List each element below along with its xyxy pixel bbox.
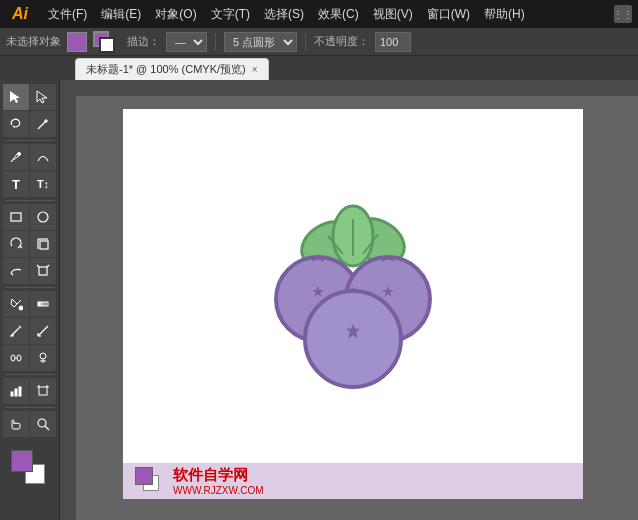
zoom-tool[interactable] [30,411,56,437]
tool-row-transform [2,231,57,257]
tool-row-navigation [2,411,57,437]
tool-row-selection [2,84,57,110]
scale-tool[interactable] [30,231,56,257]
menu-window[interactable]: 窗口(W) [421,4,476,25]
svg-rect-12 [39,267,47,275]
svg-rect-29 [11,392,13,396]
svg-line-2 [38,121,46,129]
menu-file[interactable]: 文件(F) [42,4,93,25]
rectangle-tool[interactable] [3,204,29,230]
options-bar: 未选择对象 描边： — 5 点圆形 不透明度： [0,28,638,56]
svg-line-38 [45,426,49,430]
menu-view[interactable]: 视图(V) [367,4,419,25]
separator [215,33,216,51]
artboard-tool[interactable] [30,378,56,404]
object-label: 未选择对象 [6,34,61,49]
color-swatches [11,450,49,488]
workspace-icon[interactable]: ⋮⋮ [614,5,632,23]
menu-select[interactable]: 选择(S) [258,4,310,25]
lasso-tool[interactable] [3,111,29,137]
tool-row-eyedropper [2,318,57,344]
svg-line-13 [37,265,39,267]
svg-line-18 [19,326,21,328]
svg-point-24 [17,355,21,361]
points-select[interactable]: 5 点圆形 [224,32,297,52]
svg-point-23 [11,355,15,361]
tab-bar: 未标题-1* @ 100% (CMYK/预览) × [0,56,638,80]
opacity-input[interactable] [375,32,411,52]
svg-line-14 [47,265,49,267]
pen-tool[interactable] [3,144,29,170]
eyedropper-tool[interactable] [3,318,29,344]
left-toolbar: T T↕ [0,80,60,520]
ruler-left [60,80,76,520]
app-logo: Ai [6,5,34,23]
selection-tool[interactable] [3,84,29,110]
tool-row-graph [2,378,57,404]
svg-point-49 [305,291,401,387]
graph-tool[interactable] [3,378,29,404]
svg-point-5 [18,153,21,156]
fill-color-box[interactable] [67,32,87,52]
tab-title: 未标题-1* @ 100% (CMYK/预览) [86,62,246,77]
watermark-bar: 软件自学网 WWW.RJZXW.COM [123,463,583,499]
blueberry-illustration [233,184,473,424]
opacity-label: 不透明度： [314,34,369,49]
svg-point-37 [38,419,46,427]
curvature-tool[interactable] [30,144,56,170]
color-swatch-area [2,446,57,492]
svg-line-20 [38,326,48,336]
tool-row-blend [2,345,57,371]
window-controls: ⋮⋮ [614,5,632,23]
menu-effect[interactable]: 效果(C) [312,4,365,25]
watermark-main-text: 软件自学网 [173,466,264,485]
gradient-tool[interactable] [30,291,56,317]
foreground-color-swatch[interactable] [11,450,33,472]
blend-tool[interactable] [3,345,29,371]
document-tab[interactable]: 未标题-1* @ 100% (CMYK/预览) × [75,58,269,80]
stroke-indicator [93,31,121,53]
menu-help[interactable]: 帮助(H) [478,4,531,25]
rotate-tool[interactable] [3,231,29,257]
stroke-label: 描边： [127,34,160,49]
paintbucket-tool[interactable] [3,291,29,317]
tool-separator-3 [5,287,55,288]
main-area: T T↕ [0,80,638,520]
free-transform-tool[interactable] [30,258,56,284]
ellipse-tool[interactable] [30,204,56,230]
svg-rect-30 [15,389,17,396]
tool-separator-5 [5,407,55,408]
vertical-type-tool[interactable]: T↕ [30,171,56,197]
hand-tool[interactable] [3,411,29,437]
separator2 [305,33,306,51]
measure-tool[interactable] [30,318,56,344]
ruler-top [60,80,638,96]
svg-marker-1 [37,91,47,103]
svg-rect-32 [39,387,47,395]
tab-close-button[interactable]: × [252,64,258,75]
menu-object[interactable]: 对象(O) [149,4,202,25]
stroke-width-select[interactable]: — [166,32,207,52]
menu-edit[interactable]: 编辑(E) [95,4,147,25]
menu-text[interactable]: 文字(T) [205,4,256,25]
stroke-fill-bg[interactable] [99,37,115,53]
tool-row-lasso [2,111,57,137]
type-tool[interactable]: T [3,171,29,197]
tool-row-pen [2,144,57,170]
svg-marker-0 [10,91,20,103]
svg-rect-31 [19,387,21,396]
direct-selection-tool[interactable] [30,84,56,110]
svg-rect-8 [40,241,48,249]
watermark-sub-text: WWW.RJZXW.COM [173,485,264,496]
symbol-sprayer-tool[interactable] [30,345,56,371]
svg-point-26 [40,353,46,359]
svg-point-7 [38,212,48,222]
warp-tool[interactable] [3,258,29,284]
magic-wand-tool[interactable] [30,111,56,137]
tool-separator-1 [5,140,55,141]
canvas-content[interactable]: 软件自学网 WWW.RJZXW.COM [123,109,583,499]
svg-line-11 [11,273,13,275]
tool-separator-4 [5,374,55,375]
title-bar: Ai 文件(F) 编辑(E) 对象(O) 文字(T) 选择(S) 效果(C) 视… [0,0,638,28]
tool-row-type: T T↕ [2,171,57,197]
